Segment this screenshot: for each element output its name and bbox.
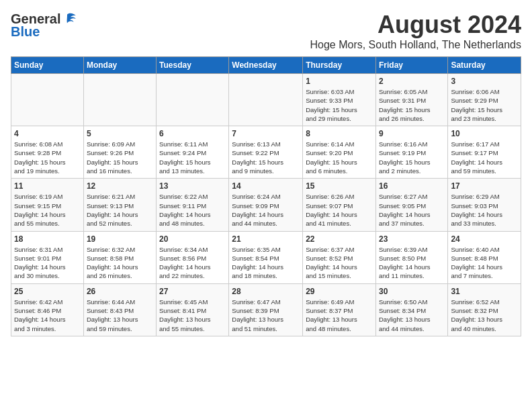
day-number: 30 [379,287,445,296]
cell-content: Sunrise: 6:52 AM Sunset: 8:32 PM Dayligh… [451,298,518,333]
day-number: 6 [159,129,226,138]
day-number: 5 [87,129,153,138]
title-section: August 2024 Hoge Mors, South Holland, Th… [310,11,521,51]
cell-content: Sunrise: 6:35 AM Sunset: 8:54 PM Dayligh… [232,245,300,281]
calendar-cell: 23Sunrise: 6:39 AM Sunset: 8:50 PM Dayli… [375,231,447,283]
day-number: 8 [306,129,373,138]
cell-content: Sunrise: 6:16 AM Sunset: 9:19 PM Dayligh… [379,140,445,175]
cell-content: Sunrise: 6:26 AM Sunset: 9:07 PM Dayligh… [306,192,373,228]
logo-blue-text: Blue [11,24,40,40]
logo-bird-icon [62,11,78,27]
calendar-cell: 5Sunrise: 6:09 AM Sunset: 9:26 PM Daylig… [83,126,156,179]
day-number: 10 [451,129,518,138]
calendar-cell: 12Sunrise: 6:21 AM Sunset: 9:13 PM Dayli… [83,179,156,231]
cell-content: Sunrise: 6:49 AM Sunset: 8:37 PM Dayligh… [306,298,373,333]
day-number: 16 [379,181,445,191]
location-subtitle: Hoge Mors, South Holland, The Netherland… [310,39,521,51]
cell-content: Sunrise: 6:39 AM Sunset: 8:50 PM Dayligh… [379,245,445,281]
cell-content: Sunrise: 6:45 AM Sunset: 8:41 PM Dayligh… [159,298,226,333]
cell-content: Sunrise: 6:42 AM Sunset: 8:46 PM Dayligh… [14,298,81,333]
calendar-cell: 20Sunrise: 6:34 AM Sunset: 8:56 PM Dayli… [157,231,229,283]
calendar-cell: 17Sunrise: 6:29 AM Sunset: 9:03 PM Dayli… [448,179,521,231]
cell-content: Sunrise: 6:47 AM Sunset: 8:39 PM Dayligh… [232,298,300,333]
day-number: 17 [451,181,518,191]
header-friday: Friday [375,57,447,74]
day-number: 15 [306,181,373,191]
calendar-cell: 6Sunrise: 6:11 AM Sunset: 9:24 PM Daylig… [157,126,229,179]
calendar-cell: 1Sunrise: 6:03 AM Sunset: 9:33 PM Daylig… [303,74,376,126]
cell-content: Sunrise: 6:09 AM Sunset: 9:26 PM Dayligh… [87,140,153,175]
month-year-title: August 2024 [310,11,521,39]
day-number: 31 [451,287,518,296]
calendar-cell: 19Sunrise: 6:32 AM Sunset: 8:58 PM Dayli… [83,231,156,283]
cell-content: Sunrise: 6:24 AM Sunset: 9:09 PM Dayligh… [232,192,300,228]
calendar-cell [229,74,303,126]
calendar-cell: 9Sunrise: 6:16 AM Sunset: 9:19 PM Daylig… [375,126,447,179]
cell-content: Sunrise: 6:22 AM Sunset: 9:11 PM Dayligh… [159,192,226,228]
calendar-cell: 16Sunrise: 6:27 AM Sunset: 9:05 PM Dayli… [375,179,447,231]
calendar-cell: 2Sunrise: 6:05 AM Sunset: 9:31 PM Daylig… [375,74,447,126]
header-saturday: Saturday [448,57,521,74]
calendar-cell: 24Sunrise: 6:40 AM Sunset: 8:48 PM Dayli… [448,231,521,283]
cell-content: Sunrise: 6:05 AM Sunset: 9:31 PM Dayligh… [379,87,445,123]
header-tuesday: Tuesday [157,57,229,74]
header-thursday: Thursday [303,57,376,74]
day-number: 20 [159,234,226,244]
day-number: 22 [306,234,373,244]
day-number: 2 [379,77,445,86]
week-row-3: 11Sunrise: 6:19 AM Sunset: 9:15 PM Dayli… [11,179,521,231]
calendar-cell: 26Sunrise: 6:44 AM Sunset: 8:43 PM Dayli… [83,283,156,336]
cell-content: Sunrise: 6:03 AM Sunset: 9:33 PM Dayligh… [306,87,373,123]
calendar-cell: 29Sunrise: 6:49 AM Sunset: 8:37 PM Dayli… [303,283,376,336]
page-header: General Blue August 2024 Hoge Mors, Sout… [11,11,521,51]
calendar-cell: 4Sunrise: 6:08 AM Sunset: 9:28 PM Daylig… [11,126,84,179]
day-number: 12 [87,181,153,191]
calendar-header-row: SundayMondayTuesdayWednesdayThursdayFrid… [11,57,521,74]
calendar-cell: 10Sunrise: 6:17 AM Sunset: 9:17 PM Dayli… [448,126,521,179]
day-number: 9 [379,129,445,138]
calendar-cell: 8Sunrise: 6:14 AM Sunset: 9:20 PM Daylig… [303,126,376,179]
cell-content: Sunrise: 6:08 AM Sunset: 9:28 PM Dayligh… [14,140,81,175]
header-sunday: Sunday [11,57,84,74]
day-number: 27 [159,287,226,296]
calendar-cell: 3Sunrise: 6:06 AM Sunset: 9:29 PM Daylig… [448,74,521,126]
cell-content: Sunrise: 6:34 AM Sunset: 8:56 PM Dayligh… [159,245,226,281]
cell-content: Sunrise: 6:27 AM Sunset: 9:05 PM Dayligh… [379,192,445,228]
day-number: 3 [451,77,518,86]
cell-content: Sunrise: 6:14 AM Sunset: 9:20 PM Dayligh… [306,140,373,175]
week-row-1: 1Sunrise: 6:03 AM Sunset: 9:33 PM Daylig… [11,74,521,126]
cell-content: Sunrise: 6:50 AM Sunset: 8:34 PM Dayligh… [379,298,445,333]
cell-content: Sunrise: 6:06 AM Sunset: 9:29 PM Dayligh… [451,87,518,123]
cell-content: Sunrise: 6:29 AM Sunset: 9:03 PM Dayligh… [451,192,518,228]
cell-content: Sunrise: 6:31 AM Sunset: 9:01 PM Dayligh… [14,245,81,281]
calendar-cell: 30Sunrise: 6:50 AM Sunset: 8:34 PM Dayli… [375,283,447,336]
week-row-5: 25Sunrise: 6:42 AM Sunset: 8:46 PM Dayli… [11,283,521,336]
day-number: 1 [306,77,373,86]
calendar-cell [11,74,84,126]
calendar-cell: 28Sunrise: 6:47 AM Sunset: 8:39 PM Dayli… [229,283,303,336]
cell-content: Sunrise: 6:21 AM Sunset: 9:13 PM Dayligh… [87,192,153,228]
day-number: 13 [159,181,226,191]
cell-content: Sunrise: 6:44 AM Sunset: 8:43 PM Dayligh… [87,298,153,333]
calendar-cell: 11Sunrise: 6:19 AM Sunset: 9:15 PM Dayli… [11,179,84,231]
day-number: 18 [14,234,81,244]
cell-content: Sunrise: 6:40 AM Sunset: 8:48 PM Dayligh… [451,245,518,281]
cell-content: Sunrise: 6:19 AM Sunset: 9:15 PM Dayligh… [14,192,81,228]
day-number: 24 [451,234,518,244]
logo: General Blue [11,11,78,40]
cell-content: Sunrise: 6:17 AM Sunset: 9:17 PM Dayligh… [451,140,518,175]
calendar-cell [83,74,156,126]
calendar-cell: 13Sunrise: 6:22 AM Sunset: 9:11 PM Dayli… [157,179,229,231]
calendar-cell: 18Sunrise: 6:31 AM Sunset: 9:01 PM Dayli… [11,231,84,283]
day-number: 26 [87,287,153,296]
calendar-cell: 15Sunrise: 6:26 AM Sunset: 9:07 PM Dayli… [303,179,376,231]
header-monday: Monday [83,57,156,74]
day-number: 7 [232,129,300,138]
calendar-cell: 7Sunrise: 6:13 AM Sunset: 9:22 PM Daylig… [229,126,303,179]
day-number: 14 [232,181,300,191]
calendar-cell: 14Sunrise: 6:24 AM Sunset: 9:09 PM Dayli… [229,179,303,231]
day-number: 21 [232,234,300,244]
cell-content: Sunrise: 6:32 AM Sunset: 8:58 PM Dayligh… [87,245,153,281]
calendar-cell: 21Sunrise: 6:35 AM Sunset: 8:54 PM Dayli… [229,231,303,283]
day-number: 28 [232,287,300,296]
